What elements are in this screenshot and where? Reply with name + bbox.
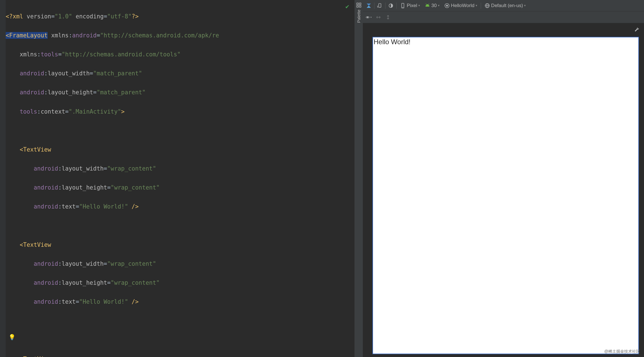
preview-canvas[interactable]: Hello World! @稀土掘金技术社区	[363, 23, 644, 357]
phone-icon	[400, 3, 406, 8]
theme-icon	[444, 3, 450, 8]
attr: layout_height	[62, 279, 107, 286]
self-close: />	[132, 298, 139, 305]
preview-toolbar-secondary: ▾	[363, 11, 644, 23]
api-label: 30	[431, 3, 437, 8]
toolbar-separator	[396, 3, 397, 9]
ns: tools	[20, 108, 37, 115]
ns: android	[72, 32, 97, 39]
svg-point-8	[427, 5, 427, 6]
attr: xmlns	[20, 51, 37, 58]
palette-label: Palette	[356, 10, 361, 23]
string: "match_parent"	[93, 70, 142, 77]
chevron-down-icon: ▾	[370, 16, 372, 19]
attr: layout_width	[48, 70, 90, 77]
ns: android	[34, 203, 58, 210]
preview-textview[interactable]: Hello World!	[373, 37, 638, 46]
ns: android	[34, 184, 58, 191]
xml-decl-name: xml	[13, 13, 23, 20]
tag: TextView	[23, 146, 51, 153]
globe-icon	[484, 3, 490, 8]
svg-rect-0	[357, 3, 358, 5]
svg-line-10	[426, 3, 426, 4]
device-label: Pixel	[407, 3, 417, 8]
ns: android	[34, 165, 58, 172]
self-close: />	[132, 203, 139, 210]
string: "Hello World!"	[79, 298, 128, 305]
eye-dropdown-icon[interactable]: ▾	[366, 14, 372, 20]
inspection-checkmark-icon[interactable]: ✔	[346, 3, 349, 10]
ns: android	[20, 89, 44, 96]
device-frame[interactable]: Hello World!	[372, 37, 639, 354]
toolbar-separator	[385, 3, 385, 9]
palette-tab[interactable]: Palette	[354, 0, 363, 357]
svg-rect-4	[379, 3, 381, 7]
ns: tools	[41, 51, 58, 58]
preview-header	[363, 23, 644, 37]
ns: android	[34, 260, 58, 267]
attr: xmlns	[51, 32, 69, 39]
xml-decl-close: ?>	[132, 13, 139, 20]
attr: text	[62, 298, 76, 305]
ns: android	[34, 298, 58, 305]
wrench-icon[interactable]	[634, 27, 639, 33]
string: "http://schemas.android.com/apk/re	[100, 32, 219, 39]
chevron-down-icon: ▾	[438, 4, 440, 7]
night-mode-icon[interactable]	[388, 3, 394, 9]
preview-pane: Pixel ▾ 30 ▾ HelloWorld ▾ Default (en-us…	[363, 0, 644, 357]
attr: encoding	[76, 13, 104, 20]
preview-toolbar: Pixel ▾ 30 ▾ HelloWorld ▾ Default (en-us…	[363, 0, 644, 11]
attr: context	[41, 108, 65, 115]
api-dropdown[interactable]: 30 ▾	[423, 2, 441, 9]
ns: android	[20, 70, 44, 77]
tag: TextView	[23, 356, 51, 357]
svg-rect-2	[357, 6, 358, 7]
android-icon	[425, 3, 430, 8]
toolbar-separator	[481, 3, 481, 9]
theme-label: HelloWorld	[451, 3, 474, 8]
pan-horizontal-icon	[375, 14, 382, 20]
svg-point-9	[428, 5, 429, 6]
string: "wrap_content"	[107, 165, 156, 172]
svg-rect-3	[359, 6, 361, 7]
chevron-down-icon: ▾	[476, 4, 477, 7]
surface-icon[interactable]	[366, 3, 372, 9]
watermark: @稀土掘金技术社区	[604, 349, 640, 354]
string: "wrap_content"	[111, 184, 160, 191]
chevron-down-icon: ▾	[418, 4, 420, 7]
attr: text	[62, 203, 76, 210]
string: "wrap_content"	[111, 279, 160, 286]
string: "utf-8"	[107, 13, 132, 20]
chevron-down-icon: ▾	[524, 4, 526, 7]
ns: android	[34, 279, 58, 286]
string: ".MainActivity"	[69, 108, 121, 115]
string: "http://schemas.android.com/tools"	[62, 51, 181, 58]
orientation-icon[interactable]	[377, 3, 383, 9]
toolbar-separator	[374, 3, 374, 9]
pan-vertical-icon	[385, 14, 391, 20]
theme-dropdown[interactable]: HelloWorld ▾	[443, 2, 478, 9]
svg-line-11	[429, 3, 429, 4]
string: "1.0"	[55, 13, 72, 20]
palette-icon	[356, 2, 362, 8]
locale-dropdown[interactable]: Default (en-us) ▾	[483, 2, 527, 9]
locale-label: Default (en-us)	[491, 3, 523, 8]
string: "match_parent"	[97, 89, 146, 96]
editor-gutter	[0, 0, 6, 357]
attr: layout_width	[62, 165, 104, 172]
attr: layout_height	[62, 184, 107, 191]
xml-decl-open: <?	[6, 13, 13, 20]
intention-bulb-icon[interactable]: 💡	[9, 334, 16, 341]
string: "Hello World!"	[79, 203, 128, 210]
code-editor[interactable]: <?xml version="1.0" encoding="utf-8"?> <…	[0, 0, 354, 357]
root-tag-open: <FrameLayout	[6, 32, 48, 39]
device-dropdown[interactable]: Pixel ▾	[399, 2, 421, 9]
tag: TextView	[23, 241, 51, 248]
attr: layout_width	[62, 260, 104, 267]
editor-pane: ✔ 💡 <?xml version="1.0" encoding="utf-8"…	[0, 0, 354, 357]
svg-point-17	[367, 17, 368, 18]
svg-rect-1	[359, 3, 361, 5]
attr: layout_height	[48, 89, 93, 96]
string: "wrap_content"	[107, 260, 156, 267]
svg-point-13	[446, 5, 448, 6]
